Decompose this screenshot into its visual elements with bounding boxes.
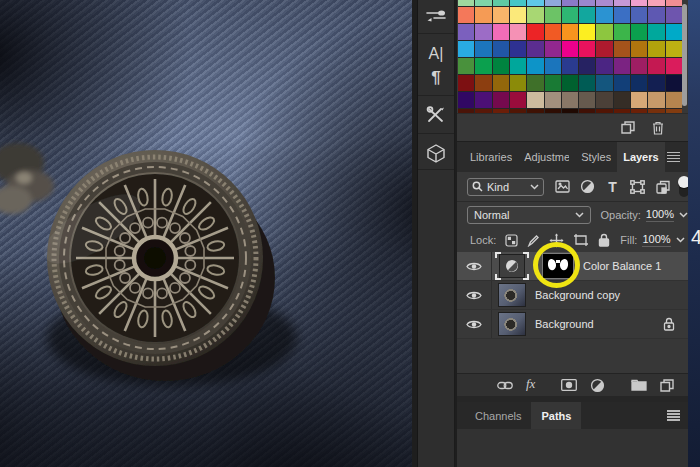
swatch[interactable] bbox=[493, 24, 509, 40]
swatch[interactable] bbox=[527, 7, 543, 23]
swatch[interactable] bbox=[614, 92, 630, 108]
swatch[interactable] bbox=[666, 7, 682, 23]
swatch[interactable] bbox=[510, 7, 526, 23]
tool-presets-panel-icon[interactable] bbox=[418, 102, 454, 128]
add-layer-mask-icon[interactable] bbox=[561, 379, 577, 391]
lock-transparent-pixels-icon[interactable] bbox=[505, 234, 518, 247]
tab-channels[interactable]: Channels bbox=[465, 402, 531, 429]
swatch[interactable] bbox=[666, 92, 682, 108]
delete-swatch-icon[interactable] bbox=[652, 121, 664, 135]
new-swatch-icon[interactable] bbox=[621, 121, 635, 134]
filter-kind-dropdown[interactable]: Kind bbox=[467, 178, 544, 196]
swatch[interactable] bbox=[475, 0, 491, 6]
swatch[interactable] bbox=[510, 58, 526, 74]
swatch[interactable] bbox=[527, 41, 543, 57]
layer-filtering-toggle[interactable] bbox=[678, 176, 688, 198]
3d-panel-icon[interactable] bbox=[418, 140, 454, 166]
swatch[interactable] bbox=[631, 92, 647, 108]
swatch[interactable] bbox=[510, 24, 526, 40]
swatch[interactable] bbox=[545, 92, 561, 108]
new-layer-icon[interactable] bbox=[660, 379, 674, 392]
swatch[interactable] bbox=[562, 75, 578, 91]
swatch[interactable] bbox=[475, 58, 491, 74]
swatch[interactable] bbox=[458, 75, 474, 91]
swatch[interactable] bbox=[475, 41, 491, 57]
swatch[interactable] bbox=[614, 24, 630, 40]
swatch[interactable] bbox=[458, 92, 474, 108]
swatch[interactable] bbox=[527, 75, 543, 91]
link-layers-icon[interactable] bbox=[497, 381, 513, 390]
swatch[interactable] bbox=[458, 41, 474, 57]
swatch[interactable] bbox=[648, 58, 664, 74]
character-panel-icon[interactable]: A| bbox=[418, 42, 454, 66]
adjustment-layer-thumbnail[interactable] bbox=[495, 252, 529, 280]
swatch[interactable] bbox=[631, 7, 647, 23]
swatch[interactable] bbox=[579, 75, 595, 91]
swatch[interactable] bbox=[475, 92, 491, 108]
layer-thumbnail[interactable] bbox=[498, 283, 526, 307]
swatches-scrollbar[interactable] bbox=[682, 4, 687, 106]
swatch[interactable] bbox=[614, 75, 630, 91]
swatch[interactable] bbox=[614, 7, 630, 23]
swatch[interactable] bbox=[562, 92, 578, 108]
swatch[interactable] bbox=[666, 24, 682, 40]
swatch[interactable] bbox=[545, 0, 561, 6]
swatch[interactable] bbox=[648, 0, 664, 6]
swatch[interactable] bbox=[510, 0, 526, 6]
swatch[interactable] bbox=[562, 58, 578, 74]
visibility-eye-icon[interactable] bbox=[457, 252, 492, 280]
swatch[interactable] bbox=[648, 92, 664, 108]
swatch[interactable] bbox=[458, 58, 474, 74]
swatch[interactable] bbox=[666, 0, 682, 6]
swatch[interactable] bbox=[475, 7, 491, 23]
swatch[interactable] bbox=[493, 0, 509, 6]
new-group-icon[interactable] bbox=[631, 379, 647, 391]
layer-thumbnail[interactable] bbox=[498, 312, 526, 336]
swatch[interactable] bbox=[631, 58, 647, 74]
fill-value[interactable]: 100% bbox=[642, 233, 670, 247]
swatch[interactable] bbox=[596, 41, 612, 57]
brushes-panel-icon[interactable] bbox=[418, 4, 454, 30]
swatch[interactable] bbox=[631, 0, 647, 6]
lock-all-icon[interactable] bbox=[598, 233, 610, 247]
swatch[interactable] bbox=[648, 41, 664, 57]
lock-artboard-icon[interactable] bbox=[573, 233, 589, 247]
visibility-eye-icon[interactable] bbox=[457, 310, 492, 338]
swatch[interactable] bbox=[596, 0, 612, 6]
swatch[interactable] bbox=[527, 0, 543, 6]
swatch[interactable] bbox=[666, 75, 682, 91]
swatch[interactable] bbox=[545, 41, 561, 57]
swatch[interactable] bbox=[458, 24, 474, 40]
tab-libraries[interactable]: Libraries bbox=[464, 142, 518, 172]
swatch[interactable] bbox=[614, 0, 630, 6]
layer-row-background[interactable]: Background bbox=[457, 310, 688, 339]
swatch[interactable] bbox=[648, 24, 664, 40]
tab-styles[interactable]: Styles bbox=[575, 142, 617, 172]
swatch[interactable] bbox=[596, 7, 612, 23]
filter-shape-layers-icon[interactable] bbox=[627, 179, 649, 195]
swatch[interactable] bbox=[631, 24, 647, 40]
swatch[interactable] bbox=[562, 7, 578, 23]
swatch[interactable] bbox=[579, 0, 595, 6]
swatch[interactable] bbox=[493, 92, 509, 108]
swatch[interactable] bbox=[475, 75, 491, 91]
swatch[interactable] bbox=[596, 75, 612, 91]
paragraph-panel-icon[interactable]: ¶ bbox=[418, 66, 454, 90]
filter-type-layers-icon[interactable]: T bbox=[602, 179, 624, 195]
layer-styles-fx-icon[interactable]: fx bbox=[526, 376, 535, 392]
opacity-value[interactable]: 100% bbox=[646, 208, 674, 222]
filter-smart-objects-icon[interactable] bbox=[652, 179, 674, 195]
swatch[interactable] bbox=[458, 7, 474, 23]
opacity-chevron-icon[interactable] bbox=[679, 212, 688, 218]
lock-image-pixels-icon[interactable] bbox=[527, 234, 540, 247]
swatch[interactable] bbox=[493, 75, 509, 91]
swatch[interactable] bbox=[614, 58, 630, 74]
swatch[interactable] bbox=[648, 75, 664, 91]
layer-row-background-copy[interactable]: Background copy bbox=[457, 281, 688, 310]
filter-adjustment-layers-icon[interactable] bbox=[577, 179, 599, 195]
swatch[interactable] bbox=[562, 0, 578, 6]
swatch[interactable] bbox=[579, 41, 595, 57]
swatch[interactable] bbox=[545, 58, 561, 74]
swatch[interactable] bbox=[527, 58, 543, 74]
swatch[interactable] bbox=[666, 41, 682, 57]
